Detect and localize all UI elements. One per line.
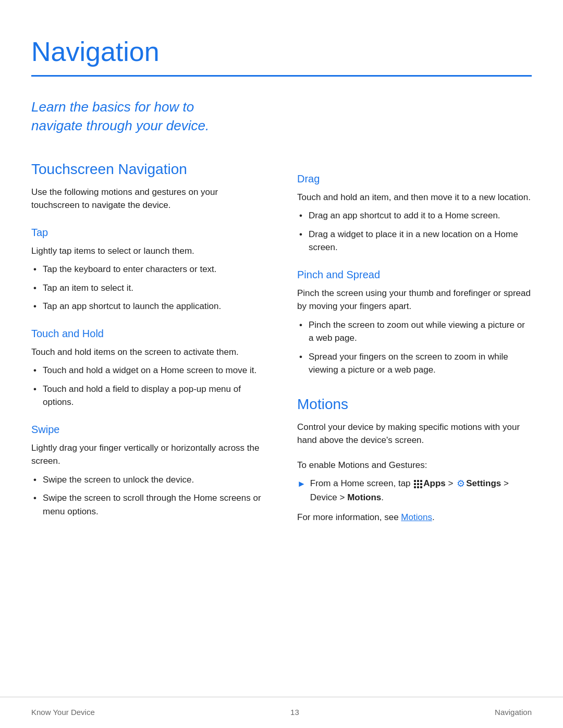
- touch-hold-heading: Touch and Hold: [31, 326, 266, 341]
- motions-section: Motions Control your device by making sp…: [297, 393, 532, 524]
- swipe-bullets: Swipe the screen to unlock the device. S…: [31, 473, 266, 519]
- pinch-spread-body: Pinch the screen using your thumb and fo…: [297, 287, 532, 313]
- touchscreen-nav-intro: Use the following motions and gestures o…: [31, 186, 266, 212]
- list-item: Swipe the screen to scroll through the H…: [31, 491, 266, 518]
- title-divider: [31, 75, 532, 77]
- footer-page-number: 13: [290, 707, 299, 719]
- footer-left-text: Know Your Device: [31, 707, 95, 719]
- motions-more-info: For more information, see Motions.: [297, 511, 532, 524]
- apps-grid-icon: [414, 480, 422, 488]
- arrow-icon: ►: [297, 477, 306, 491]
- right-column: Drag Touch and hold an item, and then mo…: [297, 158, 532, 529]
- touch-hold-bullets: Touch and hold a widget on a Home screen…: [31, 364, 266, 409]
- list-item: Tap the keyboard to enter characters or …: [31, 263, 266, 276]
- drag-bullets: Drag an app shortcut to add it to a Home…: [297, 209, 532, 254]
- pinch-spread-bullets: Pinch the screen to zoom out while viewi…: [297, 318, 532, 377]
- list-item: Drag a widget to place it in a new locat…: [297, 228, 532, 254]
- motions-heading: Motions: [297, 393, 532, 415]
- motions-link[interactable]: Motions: [401, 512, 432, 522]
- list-item: Drag an app shortcut to add it to a Home…: [297, 209, 532, 223]
- list-item: Pinch the screen to zoom out while viewi…: [297, 318, 532, 345]
- list-item: Swipe the screen to unlock the device.: [31, 473, 266, 487]
- drag-heading: Drag: [297, 171, 532, 187]
- settings-icon: ⚙: [457, 477, 465, 491]
- intro-tagline: Learn the basics for how to navigate thr…: [31, 97, 255, 135]
- page-title: Navigation: [31, 31, 532, 72]
- left-column: Touchscreen Navigation Use the following…: [31, 158, 266, 529]
- swipe-heading: Swipe: [31, 422, 266, 437]
- list-item: Touch and hold a widget on a Home screen…: [31, 364, 266, 377]
- motions-step-text: From a Home screen, tap Apps > ⚙Settings…: [310, 477, 532, 504]
- tap-bullets: Tap the keyboard to enter characters or …: [31, 263, 266, 313]
- motions-intro: Control your device by making specific m…: [297, 421, 532, 447]
- list-item: Tap an app shortcut to launch the applic…: [31, 300, 266, 313]
- list-item: Spread your fingers on the screen to zoo…: [297, 350, 532, 377]
- touch-hold-body: Touch and hold items on the screen to ac…: [31, 346, 266, 359]
- motions-step: ► From a Home screen, tap Apps > ⚙Settin…: [297, 477, 532, 504]
- pinch-spread-heading: Pinch and Spread: [297, 267, 532, 282]
- tap-heading: Tap: [31, 225, 266, 240]
- footer-right-text: Navigation: [495, 707, 532, 719]
- touchscreen-nav-heading: Touchscreen Navigation: [31, 158, 266, 180]
- list-item: Touch and hold a field to display a pop-…: [31, 382, 266, 409]
- swipe-body: Lightly drag your finger vertically or h…: [31, 441, 266, 468]
- page-footer: Know Your Device 13 Navigation: [0, 697, 563, 728]
- main-content: Touchscreen Navigation Use the following…: [31, 158, 532, 529]
- drag-body: Touch and hold an item, and then move it…: [297, 191, 532, 204]
- list-item: Tap an item to select it.: [31, 281, 266, 295]
- motions-enable-label: To enable Motions and Gestures:: [297, 459, 532, 472]
- tap-body: Lightly tap items to select or launch th…: [31, 244, 266, 258]
